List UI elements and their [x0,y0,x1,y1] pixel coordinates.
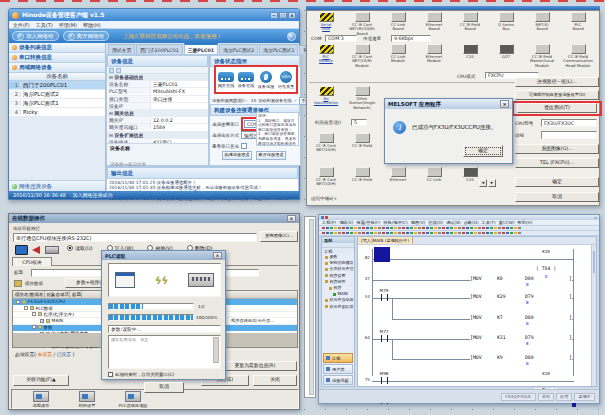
network-route-icon[interactable]: CC IE Field [344,133,380,153]
pc-interface-icon[interactable]: CC-Link Board [380,12,416,36]
minimize-button[interactable]: − [270,12,278,19]
close-icon[interactable]: × [594,216,597,220]
property-row[interactable]: PLC型号Mitsubishi-FX [107,88,208,95]
menu-item[interactable]: 文件(F) [13,22,30,28]
plc-interface-icon[interactable]: C24 [452,44,488,68]
related-functions-button[interactable]: 关联功能(F)▲ [13,375,69,386]
time-check-field[interactable]: 5 [351,119,367,126]
connection-list-button[interactable]: 连接路径一览(L)... [515,77,599,87]
ok-button[interactable]: 确定 [515,177,599,187]
plc-interface-icon[interactable]: PLC Module [308,44,344,68]
property-row[interactable]: 网关信息 [107,110,208,117]
menu-item[interactable]: 调试(B) [446,220,461,225]
menu-item[interactable]: 在线(O) [428,220,443,225]
plc-interface-icon[interactable]: Ethernet Module [416,44,452,68]
sidebar-section[interactable]: 局域网络设备 [9,63,105,73]
pc-interface-icon[interactable]: PLC Board [560,12,596,36]
pc-interface-icon[interactable]: CC IE Field Board [452,12,488,36]
direct-connection-button[interactable]: 可编程控制器直接连接设置(D) [515,90,599,100]
navigation-view-button[interactable]: 连接目标 [323,375,353,385]
tel-button[interactable]: TEL (FXCPU)... [515,158,599,168]
device-row[interactable]: 2海尔PLC测试2 [9,90,105,99]
leave-network-button[interactable]: 离开网络组 [63,31,110,41]
operation-radio[interactable]: 读取(U) [67,245,93,251]
menu-item[interactable]: 管理(M) [59,22,77,28]
ladder-rung[interactable]: 82 M82 K10T840 [372,249,574,267]
editor-tab[interactable]: [写入]MAIN (监视执行中) [358,237,413,244]
property-row[interactable]: 网关IP12.0.0.2 [107,117,208,124]
plc-interface-icon[interactable]: CC IE Field Communication Head Module [560,44,596,68]
close-icon[interactable]: × [287,215,296,222]
pager-right-button[interactable]: ▸ [488,179,496,187]
pc-interface-icon[interactable]: Q Series Bus [488,12,524,36]
device-row[interactable]: 4Ricky [9,108,105,117]
baud-field[interactable]: 9.6Kbps [391,35,431,42]
property-row[interactable]: 设备扩展信息 [107,132,208,139]
close-icon[interactable]: × [213,252,222,259]
network-route-icon[interactable]: CC IE Cont NET/10(H) [308,133,344,153]
vertical-scrollbar[interactable] [591,245,596,386]
join-network-button[interactable]: 加入网络组 [12,31,59,41]
device-tab[interactable]: 海尔PLC测试1 [259,44,298,54]
pager-left-button[interactable]: ◂ [479,179,487,187]
progress-titlebar[interactable]: PLC读取 × [102,251,225,260]
device-tab[interactable]: 西门子200PLC01 [136,44,183,54]
menu-item[interactable]: 搜索/替换(F) [356,220,380,225]
cancel-button[interactable]: 取消 [515,192,599,202]
ladder-rung[interactable]: 75 M98 K10T900 [372,371,574,389]
device-tab[interactable]: 海尔PLC测试2 [219,44,258,54]
disconnect-channel-button[interactable]: 断开连接通道 [256,151,286,160]
sidebar-section[interactable]: 设备列表信息 [9,43,105,53]
menu-item[interactable]: 帮助(H) [83,22,101,28]
checkbox-icon[interactable] [24,306,28,310]
checkbox-icon[interactable] [40,319,44,323]
pc-interface-icon[interactable]: NET(II) Board [524,12,560,36]
column-header[interactable]: 模块名/数据名 [13,291,45,298]
maximize-button[interactable]: □ [279,12,287,19]
com-field[interactable]: COM 3 [325,35,357,42]
related-function-icon[interactable]: 时钟设置 [64,391,110,408]
menu-item[interactable]: 视图(V) [411,220,426,225]
ladder-canvas[interactable]: 47 MOVK8D800 53 M79 MOVK29D798 [372,249,574,384]
property-row[interactable]: 网关通讯端口1589 [107,124,208,131]
property-row[interactable]: 设备基础信息 [107,74,208,81]
menu-item[interactable]: 诊断(D) [464,220,479,225]
auto-close-checkbox[interactable] [108,372,113,377]
coexistence-route-icon[interactable]: Ethernet [380,167,416,187]
ladder-rung[interactable]: MOVK7D800 [372,309,574,327]
sidebar-bottom-item[interactable]: 网络连接设备 [9,180,105,191]
column-header[interactable]: 标题 [70,291,82,298]
pc-interface-icon[interactable]: Serial USB [308,12,344,36]
property-row[interactable]: 设备名称三菱PLC01 [107,81,208,88]
device-row[interactable]: 3海尔PLC测试1 [9,99,105,108]
device-tab[interactable]: 三菱PLC01 [184,43,218,54]
system-image-button[interactable]: 系统图像(C)... [260,231,298,242]
menu-item[interactable]: 帮助(H) [518,220,533,225]
device-tab[interactable]: 测试主页 [108,44,135,54]
plc-interface-icon[interactable]: GOT [488,44,524,68]
related-function-icon[interactable]: 远程操作 [18,391,64,408]
melsoft-ok-button[interactable]: 确定 [463,145,503,157]
other-station-icon[interactable]: No Specification [308,86,344,110]
pc-interface-icon[interactable]: Ethernet Board [416,12,452,36]
plc-interface-icon[interactable]: CC IE Cont NET/10(H) Module [344,44,380,68]
project-tree-item[interactable]: 软元件初始值 [322,304,354,310]
direct-serial-checkbox[interactable] [241,143,247,149]
menu-item[interactable]: 工程(P) [322,220,336,225]
melsoft-titlebar[interactable]: MELSOFT 应用程序 × [385,99,512,109]
coexistence-route-icon[interactable]: CC IE Field [344,167,380,187]
build-channel-button[interactable]: 构建连接通道 [222,151,252,160]
close-icon[interactable]: × [500,100,509,108]
online-titlebar[interactable]: 在线数据操作 × [9,214,299,223]
menu-item[interactable]: 转换/编译(C) [383,220,407,225]
sidebar-section[interactable]: 串口转换信息 [9,53,105,63]
navigation-view-button[interactable]: 工程 [323,353,353,363]
menu-item[interactable]: 窗口(W) [499,220,515,225]
ladder-rung[interactable]: 53 M79 MOVK29D798 [372,288,574,306]
checkbox-icon[interactable] [32,312,36,316]
property-row[interactable]: 接口类型串口连接 [107,96,208,103]
progress-cancel-button[interactable]: 取消 [144,382,184,393]
navigation-view-button[interactable]: 用户库 [323,364,353,374]
cpu-module-tab[interactable]: CPU模块 [12,257,52,266]
column-header[interactable]: 对象存储器 [45,291,71,298]
